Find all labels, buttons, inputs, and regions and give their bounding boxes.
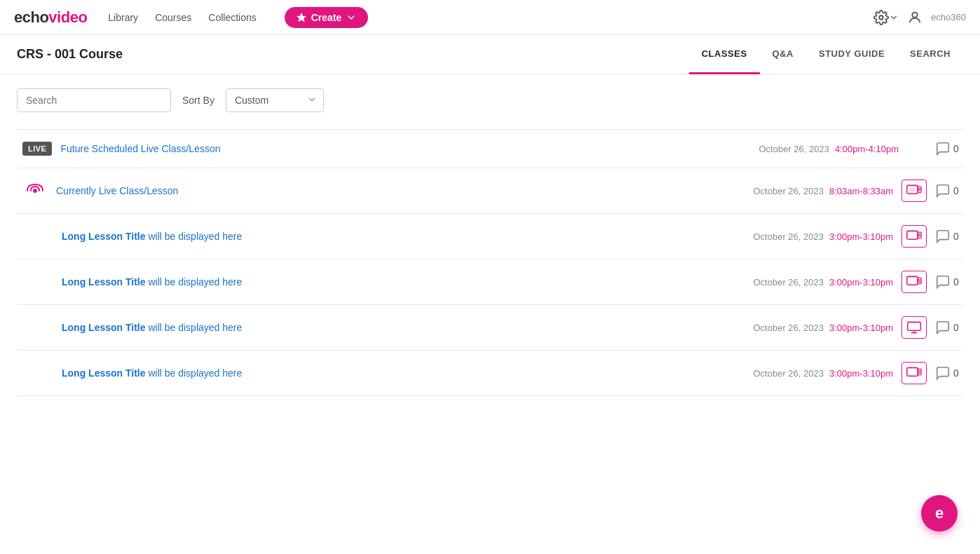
comment-icon — [935, 229, 951, 244]
live-wave-icon — [24, 183, 46, 198]
svg-rect-9 — [907, 231, 918, 239]
settings-button[interactable] — [873, 10, 899, 25]
tab-study-guide[interactable]: STUDY GUIDE — [806, 35, 897, 74]
comment-count: 0 — [935, 229, 963, 244]
lesson-time: 3:00pm-3:10pm — [829, 368, 893, 379]
lesson-row: Long Lesson Title will be displayed here… — [17, 214, 963, 259]
comment-count: 0 — [935, 141, 963, 156]
comment-icon — [935, 365, 951, 381]
comment-count: 0 — [935, 320, 963, 335]
comment-icon — [935, 183, 951, 198]
lesson-actions: 0 — [901, 362, 963, 384]
comment-count: 0 — [935, 183, 963, 198]
nav-links: Library Courses Collections Create — [108, 7, 368, 28]
course-tabs: CLASSES Q&A STUDY GUIDE SEARCH — [689, 35, 963, 74]
lesson-meta: October 26, 2023 3:00pm-3:10pm — [753, 231, 893, 242]
nav-right: echo360 — [873, 10, 966, 25]
svg-point-2 — [33, 189, 37, 193]
lesson-row: LIVE Future Scheduled Live Class/Lesson … — [17, 130, 963, 168]
capture-button[interactable] — [901, 271, 927, 293]
lesson-actions: 0 — [901, 180, 963, 202]
tab-classes[interactable]: CLASSES — [689, 35, 760, 74]
comment-count-value: 0 — [953, 322, 959, 333]
nav-link-library[interactable]: Library — [108, 12, 138, 23]
capture-button[interactable] — [901, 225, 927, 248]
lesson-date: October 26, 2023 — [753, 323, 823, 333]
course-header: CRS - 001 Course CLASSES Q&A STUDY GUIDE… — [0, 35, 980, 74]
lesson-actions: 0 — [907, 141, 963, 156]
lesson-meta: October 26, 2023 3:00pm-3:10pm — [753, 277, 893, 288]
lesson-date: October 26, 2023 — [753, 186, 823, 196]
create-icon — [296, 12, 307, 23]
comment-count-value: 0 — [953, 143, 959, 154]
lesson-title-2[interactable]: Long Lesson Title will be displayed here — [62, 276, 744, 288]
lesson-date: October 26, 2023 — [758, 144, 829, 154]
nav-link-courses[interactable]: Courses — [155, 12, 191, 23]
comment-count-value: 0 — [953, 231, 959, 242]
nav-link-collections[interactable]: Collections — [208, 12, 256, 23]
capture-button[interactable] — [901, 180, 927, 202]
logo-echo-text: echo — [14, 8, 48, 27]
title-bold-part: Long Lesson Title — [62, 367, 146, 379]
tab-qa[interactable]: Q&A — [760, 35, 806, 74]
comment-count-value: 0 — [953, 276, 959, 288]
tab-search[interactable]: SEARCH — [897, 35, 963, 74]
lesson-title-4[interactable]: Long Lesson Title will be displayed here — [62, 367, 744, 379]
chevron-down-icon — [346, 12, 357, 23]
currently-live-lesson-title[interactable]: Currently Live Class/Lesson — [56, 185, 744, 196]
lesson-actions: 0 — [901, 271, 963, 293]
lesson-date: October 26, 2023 — [753, 277, 823, 288]
lesson-meta: October 26, 2023 3:00pm-3:10pm — [753, 323, 893, 333]
logo[interactable]: echovideo — [14, 8, 87, 27]
lesson-row: Long Lesson Title will be displayed here… — [17, 259, 963, 305]
comment-icon — [935, 320, 951, 335]
lesson-time: 8:03am-8:33am — [829, 186, 893, 196]
title-bold-part: Long Lesson Title — [62, 322, 146, 333]
create-label: Create — [311, 12, 342, 23]
create-button[interactable]: Create — [285, 7, 369, 28]
screen-capture-button[interactable] — [901, 316, 927, 339]
lessons-list: LIVE Future Scheduled Live Class/Lesson … — [17, 129, 963, 396]
lesson-row: Long Lesson Title will be displayed here… — [17, 305, 963, 351]
lesson-meta: October 26, 2023 4:00pm-4:10pm — [758, 144, 899, 154]
slides-capture-icon — [906, 274, 922, 290]
future-live-lesson-title[interactable]: Future Scheduled Live Class/Lesson — [60, 143, 750, 154]
sort-label: Sort By — [182, 95, 215, 106]
lesson-row: Long Lesson Title will be displayed here… — [17, 351, 963, 396]
lesson-title-3[interactable]: Long Lesson Title will be displayed here — [62, 322, 744, 333]
comment-icon — [935, 141, 951, 156]
sort-select[interactable]: Custom Date Title — [226, 88, 324, 112]
title-bold-part: Long Lesson Title — [62, 231, 146, 242]
title-bold-part: Long Lesson Title — [62, 276, 146, 288]
top-nav: echovideo Library Courses Collections Cr… — [0, 0, 980, 35]
user-button[interactable] — [907, 10, 923, 25]
lesson-actions: 0 — [901, 316, 963, 339]
comment-count-value: 0 — [953, 367, 959, 379]
lesson-title-1[interactable]: Long Lesson Title will be displayed here — [62, 231, 744, 242]
gear-icon — [873, 10, 889, 25]
lesson-meta: October 26, 2023 8:03am-8:33am — [753, 186, 893, 196]
user-icon — [907, 10, 923, 25]
lesson-time: 3:00pm-3:10pm — [829, 277, 893, 288]
capture-button[interactable] — [901, 362, 927, 384]
logo-video-text: video — [48, 8, 87, 27]
svg-point-1 — [912, 12, 917, 17]
svg-rect-14 — [907, 276, 918, 285]
svg-rect-4 — [909, 188, 915, 191]
lesson-time: 4:00pm-4:10pm — [835, 144, 899, 154]
search-input[interactable] — [17, 88, 171, 112]
course-title: CRS - 001 Course — [17, 47, 123, 62]
live-indicator — [22, 182, 48, 199]
content-area: Sort By Custom Date Title LIVE Future Sc… — [0, 74, 980, 410]
lesson-row: Currently Live Class/Lesson October 26, … — [17, 168, 963, 214]
slides-capture-icon — [906, 183, 922, 198]
comment-count: 0 — [935, 274, 963, 290]
filter-bar: Sort By Custom Date Title — [17, 88, 963, 112]
svg-point-0 — [879, 15, 883, 20]
live-badge: LIVE — [22, 142, 52, 156]
lesson-actions: 0 — [901, 225, 963, 248]
slides-capture-icon — [906, 229, 922, 244]
settings-chevron-icon — [889, 13, 899, 22]
lesson-date: October 26, 2023 — [753, 368, 823, 379]
svg-rect-22 — [907, 367, 918, 376]
